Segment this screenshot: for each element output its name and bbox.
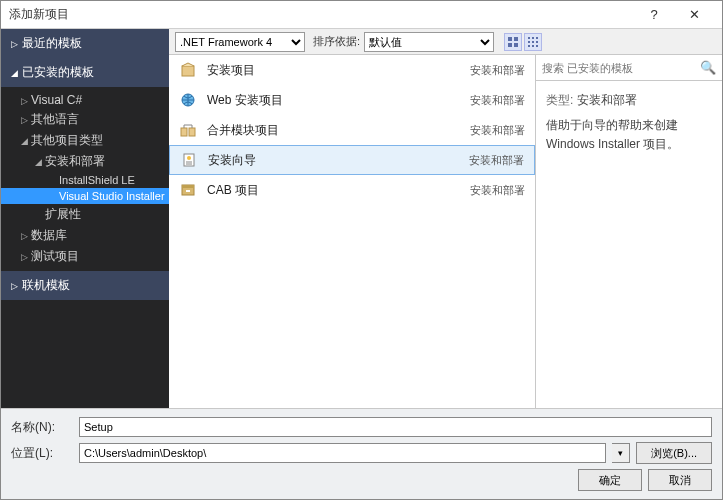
details-pane: 🔍 类型: 安装和部署 借助于向导的帮助来创建 Windows Installe… <box>536 55 722 408</box>
browse-button[interactable]: 浏览(B)... <box>636 442 712 464</box>
type-label: 类型: <box>546 93 573 107</box>
svg-rect-7 <box>528 41 530 43</box>
view-medium-icons[interactable] <box>504 33 522 51</box>
close-button[interactable]: ✕ <box>674 7 714 22</box>
content-area: .NET Framework 4 排序依据: 默认值 安装项目安装和部署Web … <box>169 29 722 408</box>
titlebar: 添加新项目 ? ✕ <box>1 1 722 29</box>
tree-node[interactable]: ▷测试项目 <box>1 246 169 267</box>
description-text: 借助于向导的帮助来创建 Windows Installer 项目。 <box>546 116 712 154</box>
template-name: Web 安装项目 <box>207 92 470 109</box>
template-name: CAB 项目 <box>207 182 470 199</box>
tree-node[interactable]: ▷其他语言 <box>1 109 169 130</box>
svg-rect-6 <box>536 37 538 39</box>
web-icon <box>179 91 197 109</box>
details-body: 类型: 安装和部署 借助于向导的帮助来创建 Windows Installer … <box>536 81 722 165</box>
search-input[interactable] <box>542 62 700 74</box>
merge-icon <box>179 121 197 139</box>
type-value: 安装和部署 <box>577 93 637 107</box>
template-row[interactable]: CAB 项目安装和部署 <box>169 175 535 205</box>
template-category: 安装和部署 <box>469 153 524 168</box>
wizard-icon <box>180 151 198 169</box>
svg-rect-8 <box>532 41 534 43</box>
svg-rect-11 <box>532 45 534 47</box>
tree-node[interactable]: ▷Visual C# <box>1 91 169 109</box>
template-list: 安装项目安装和部署Web 安装项目安装和部署合并模块项目安装和部署安装向导安装和… <box>169 55 536 408</box>
tree-node[interactable]: 扩展性 <box>1 204 169 225</box>
sort-select[interactable]: 默认值 <box>364 32 494 52</box>
sidebar-online-header[interactable]: ▷联机模板 <box>1 271 169 300</box>
search-box[interactable]: 🔍 <box>536 55 722 81</box>
ok-button[interactable]: 确定 <box>578 469 642 491</box>
sidebar: ▷最近的模板 ◢已安装的模板 ▷Visual C#▷其他语言◢其他项目类型◢安装… <box>1 29 169 408</box>
cancel-button[interactable]: 取消 <box>648 469 712 491</box>
svg-rect-15 <box>181 128 187 136</box>
sidebar-recent-header[interactable]: ▷最近的模板 <box>1 29 169 58</box>
svg-rect-20 <box>182 185 194 188</box>
location-label: 位置(L): <box>11 445 73 462</box>
main-area: ▷最近的模板 ◢已安装的模板 ▷Visual C#▷其他语言◢其他项目类型◢安装… <box>1 29 722 408</box>
window-title: 添加新项目 <box>9 6 634 23</box>
svg-rect-1 <box>514 37 518 41</box>
svg-rect-16 <box>189 128 195 136</box>
template-name: 合并模块项目 <box>207 122 470 139</box>
framework-select[interactable]: .NET Framework 4 <box>175 32 305 52</box>
svg-rect-3 <box>514 43 518 47</box>
template-category: 安装和部署 <box>470 183 525 198</box>
template-row[interactable]: 合并模块项目安装和部署 <box>169 115 535 145</box>
tree-node[interactable]: Visual Studio Installer <box>1 188 169 204</box>
svg-rect-10 <box>528 45 530 47</box>
name-label: 名称(N): <box>11 419 73 436</box>
sidebar-installed-header[interactable]: ◢已安装的模板 <box>1 58 169 87</box>
tree-node[interactable]: ▷数据库 <box>1 225 169 246</box>
view-buttons <box>504 33 542 51</box>
search-icon[interactable]: 🔍 <box>700 60 716 75</box>
svg-rect-5 <box>532 37 534 39</box>
location-input[interactable] <box>79 443 606 463</box>
tree-node[interactable]: ◢安装和部署 <box>1 151 169 172</box>
bottom-panel: 名称(N): 位置(L): ▾ 浏览(B)... 确定 取消 <box>1 408 722 499</box>
svg-rect-13 <box>182 66 194 76</box>
help-button[interactable]: ? <box>634 7 674 22</box>
template-row[interactable]: Web 安装项目安装和部署 <box>169 85 535 115</box>
svg-rect-4 <box>528 37 530 39</box>
split-pane: 安装项目安装和部署Web 安装项目安装和部署合并模块项目安装和部署安装向导安装和… <box>169 55 722 408</box>
name-input[interactable] <box>79 417 712 437</box>
template-name: 安装向导 <box>208 152 469 169</box>
tree-node[interactable]: ◢其他项目类型 <box>1 130 169 151</box>
cab-icon <box>179 181 197 199</box>
svg-rect-21 <box>186 190 190 192</box>
toolbar: .NET Framework 4 排序依据: 默认值 <box>169 29 722 55</box>
template-category: 安装和部署 <box>470 93 525 108</box>
template-row[interactable]: 安装向导安装和部署 <box>169 145 535 175</box>
tree-node[interactable]: InstallShield LE <box>1 172 169 188</box>
template-row[interactable]: 安装项目安装和部署 <box>169 55 535 85</box>
svg-rect-9 <box>536 41 538 43</box>
template-category: 安装和部署 <box>470 63 525 78</box>
svg-rect-12 <box>536 45 538 47</box>
template-name: 安装项目 <box>207 62 470 79</box>
template-category: 安装和部署 <box>470 123 525 138</box>
svg-rect-2 <box>508 43 512 47</box>
svg-point-18 <box>187 156 191 160</box>
box-icon <box>179 61 197 79</box>
sort-label: 排序依据: <box>313 34 360 49</box>
location-dropdown[interactable]: ▾ <box>612 443 630 463</box>
svg-rect-0 <box>508 37 512 41</box>
view-small-icons[interactable] <box>524 33 542 51</box>
template-tree: ▷Visual C#▷其他语言◢其他项目类型◢安装和部署InstallShiel… <box>1 87 169 271</box>
